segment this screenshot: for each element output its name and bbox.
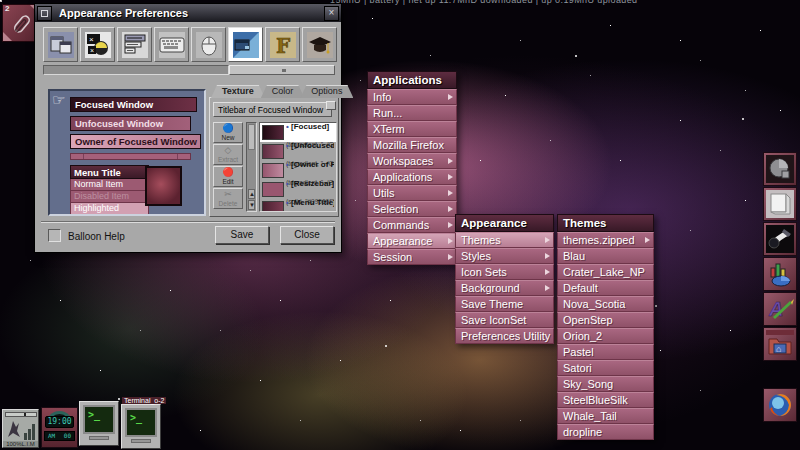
window-titlebar[interactable]: Appearance Preferences × xyxy=(35,4,341,22)
menu-item-steelbluesilk[interactable]: SteelBlueSilk xyxy=(557,392,654,408)
dock-tile-firefox[interactable] xyxy=(763,388,797,422)
miniaturize-button[interactable] xyxy=(37,6,52,21)
texture-row-menu-title[interactable]: [Menu Title] (tdgradient, "~/GN xyxy=(260,199,336,212)
monitor-base xyxy=(89,436,109,440)
balloon-help-label: Balloon Help xyxy=(68,231,125,242)
tab-color[interactable]: Color xyxy=(261,85,305,98)
menu-item-xterm[interactable]: XTerm xyxy=(367,121,457,137)
tab-texture[interactable]: Texture xyxy=(211,85,265,98)
menu-item-themes[interactable]: Themes xyxy=(455,232,554,248)
window-handling-prefs-icon[interactable]: ×× xyxy=(80,27,115,62)
toolbar-scroll-thumb[interactable] xyxy=(229,65,335,75)
menu-item-dropline[interactable]: dropline xyxy=(557,424,654,440)
appearance-prefs-icon[interactable] xyxy=(228,27,263,62)
edit-texture-button[interactable]: 🔴 Edit xyxy=(213,166,243,187)
font-prefs-icon[interactable]: F xyxy=(265,27,300,62)
preview-resizebar[interactable] xyxy=(70,153,191,160)
extract-texture-button[interactable]: ◇ Extract xyxy=(213,144,243,165)
preview-unfocused-titlebar[interactable]: Unfocused Window xyxy=(70,116,191,131)
close-button[interactable]: × xyxy=(324,6,339,21)
menu-item-crater-lake-np[interactable]: Crater_Lake_NP xyxy=(557,264,654,280)
menu-item-mozilla-firefox[interactable]: Mozilla Firefox xyxy=(367,137,457,153)
menu-item-openstep[interactable]: OpenStep xyxy=(557,312,654,328)
themes-submenu-title[interactable]: Themes xyxy=(557,214,654,232)
terminal-appicon-2[interactable]: >_ xyxy=(121,404,161,449)
scroll-down-icon[interactable]: ▼ xyxy=(248,200,255,210)
menu-item-sky-song[interactable]: Sky_Song xyxy=(557,376,654,392)
load-meter xyxy=(5,412,37,417)
menu-item-background[interactable]: Background xyxy=(455,280,554,296)
system-monitor-dockapp[interactable]: 100%L.I.M xyxy=(2,409,39,448)
applications-menu: Applications Info Run... XTerm Mozilla F… xyxy=(367,71,457,265)
menu-item-save-iconset[interactable]: Save IconSet xyxy=(455,312,554,328)
charts-app-icon xyxy=(766,260,794,288)
dock-tile-home-folder-app[interactable]: ⌂ xyxy=(763,327,797,361)
delete-texture-icon: ✂ xyxy=(214,189,242,200)
menu-item-whale-tail[interactable]: Whale_Tail xyxy=(557,408,654,424)
scrollbar-thumb[interactable] xyxy=(248,124,255,150)
expert-prefs-icon[interactable] xyxy=(302,27,337,62)
menu-editor-prefs-icon[interactable] xyxy=(117,27,152,62)
clock-meridiem: AM xyxy=(48,432,55,440)
menu-item-session[interactable]: Session xyxy=(367,249,457,265)
preview-menu-item-disabled[interactable]: Disabled Item xyxy=(70,191,149,203)
preview-menu-item-normal-2[interactable]: Normal Item xyxy=(70,215,149,216)
preview-focused-titlebar[interactable]: Focused Window xyxy=(70,97,197,112)
close-dialog-button[interactable]: Close xyxy=(280,226,334,244)
applications-menu-title[interactable]: Applications xyxy=(367,71,457,89)
preview-menu-title[interactable]: Menu Title xyxy=(70,165,149,179)
balloon-help-checkbox[interactable] xyxy=(48,229,61,242)
terminal-prompt: >_ xyxy=(88,409,100,420)
menu-item-applications[interactable]: Applications xyxy=(367,169,457,185)
menu-item-utils[interactable]: Utils xyxy=(367,185,457,201)
mouse-prefs-icon[interactable] xyxy=(191,27,226,62)
menu-item-workspaces[interactable]: Workspaces xyxy=(367,153,457,169)
window-title: Appearance Preferences xyxy=(54,7,322,19)
preview-owner-titlebar[interactable]: Owner of Focused Window xyxy=(70,134,201,149)
svg-text:⌂: ⌂ xyxy=(776,344,781,354)
appearance-submenu-title[interactable]: Appearance xyxy=(455,214,554,232)
menu-item-styles[interactable]: Styles xyxy=(455,248,554,264)
dropdown-popup-icon[interactable] xyxy=(326,101,336,110)
tab-options[interactable]: Options xyxy=(300,85,353,98)
menu-item-preferences-utility[interactable]: Preferences Utility xyxy=(455,328,554,344)
clock-seconds: 00 xyxy=(64,432,71,440)
menu-item-nova-scotia[interactable]: Nova_Scotia xyxy=(557,296,654,312)
dock-tile-letter-a-app[interactable]: A xyxy=(763,292,797,326)
menu-item-themes-zipped[interactable]: themes.zipped xyxy=(557,232,654,248)
section-dropdown[interactable]: Titlebar of Focused Window xyxy=(213,102,332,117)
menu-item-run[interactable]: Run... xyxy=(367,105,457,121)
themes-submenu: Themes themes.zipped Blau Crater_Lake_NP… xyxy=(557,214,654,440)
pen-app-icon xyxy=(766,225,794,253)
menu-item-info[interactable]: Info xyxy=(367,89,457,105)
menu-item-commands[interactable]: Commands xyxy=(367,217,457,233)
new-texture-button[interactable]: 🔵 New xyxy=(213,122,243,143)
clock-dockapp[interactable]: 19:00 AM 00 xyxy=(41,407,78,448)
dock-tile-disc-app[interactable] xyxy=(763,152,797,186)
window-focus-prefs-icon[interactable] xyxy=(43,27,78,62)
dock-tile-pen-app[interactable] xyxy=(763,222,797,256)
menu-item-selection[interactable]: Selection xyxy=(367,201,457,217)
terminal-appicon-1[interactable]: >_ xyxy=(79,401,119,446)
menu-item-pastel[interactable]: Pastel xyxy=(557,344,654,360)
menu-item-blau[interactable]: Blau xyxy=(557,248,654,264)
menu-item-appearance[interactable]: Appearance xyxy=(367,233,457,249)
save-button[interactable]: Save xyxy=(215,226,269,244)
toolbar-scroll-trough[interactable] xyxy=(43,65,229,75)
edit-texture-icon: 🔴 xyxy=(214,167,242,178)
preview-menu-item-highlighted[interactable]: Highlighted xyxy=(70,203,149,215)
menu-item-icon-sets[interactable]: Icon Sets xyxy=(455,264,554,280)
dock-tile-document-app[interactable] xyxy=(763,187,797,221)
menu-item-satori[interactable]: Satori xyxy=(557,360,654,376)
menu-item-default[interactable]: Default xyxy=(557,280,654,296)
keyboard-prefs-icon[interactable] xyxy=(154,27,189,62)
delete-texture-button[interactable]: ✂ Delete xyxy=(213,188,243,209)
preview-icon-swatch[interactable] xyxy=(145,166,182,206)
preview-menu-item-normal[interactable]: Normal Item xyxy=(70,179,149,191)
dock-tile-charts-app[interactable] xyxy=(763,257,797,291)
menu-item-orion-2[interactable]: Orion_2 xyxy=(557,328,654,344)
svg-text:F: F xyxy=(276,34,290,58)
menu-item-save-theme[interactable]: Save Theme xyxy=(455,296,554,312)
scroll-up-icon[interactable]: ▲ xyxy=(248,189,255,199)
texture-list-scrollbar[interactable]: ▲ ▼ xyxy=(246,122,257,212)
